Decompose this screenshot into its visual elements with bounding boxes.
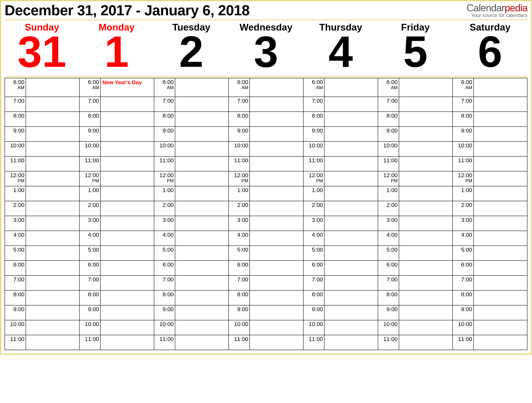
time-label: 6:00AM [378,78,399,96]
time-label: 11:00 [229,335,250,350]
time-label: 5:00 [5,246,26,260]
time-label: 9:00 [154,306,175,320]
event-slot [26,157,79,171]
brand-block: Calendarpedia Your source for calendars [467,3,527,18]
event-slot [324,78,378,96]
time-label: 2:00 [5,201,26,216]
time-label: 2:00 [154,201,175,216]
time-label: 8:00 [304,112,324,126]
time-label: 9:00 [453,127,474,141]
event-slot [399,157,452,171]
time-label: 2:00 [453,201,474,216]
event-slot [324,172,378,186]
event-slot [26,127,79,141]
time-label: 8:00 [154,291,175,305]
time-label: 12:00PM [378,172,399,186]
brand-tagline: Your source for calendars [467,13,527,18]
time-cell: 7:00 [303,275,378,290]
time-label: 7:00 [80,276,101,290]
time-label: 3:00 [5,216,26,231]
event-slot [101,276,154,290]
time-cell: 8:00 [303,112,378,127]
time-label: 6:00AM [304,78,324,96]
event-slot [250,142,303,156]
time-label: 1:00 [229,186,250,201]
time-label: 7:00 [229,97,250,111]
time-cell: 1:00 [229,186,303,201]
time-label: 4:00 [154,231,175,245]
event-slot [101,320,154,335]
time-cell: 2:00 [378,201,453,216]
time-cell: 11:00 [154,156,229,171]
time-label: 7:00 [304,97,324,111]
event-slot [399,78,452,96]
event-slot [26,78,79,96]
time-cell: 8:00 [229,112,303,127]
time-label: 6:00 [5,261,26,275]
time-label: 8:00 [80,291,101,305]
time-cell: 10:00 [154,141,229,156]
day-header: Sunday31 [5,20,79,77]
time-cell: 5:00 [229,246,303,261]
time-cell: 11:00 [229,335,303,350]
time-cell: 7:00 [453,97,527,112]
time-cell: 7:00 [79,275,154,290]
event-slot [101,291,154,305]
time-label: 12:00PM [229,172,250,186]
time-cell: 8:00 [79,290,154,305]
time-cell: 9:00 [5,127,79,141]
time-cell: 3:00 [229,216,303,231]
event-slot [250,246,303,260]
time-cell: 6:00AM [229,78,303,97]
event-slot [324,142,378,156]
day-header-row: Sunday31Monday1Tuesday2Wednesday3Thursda… [5,19,527,77]
event-slot [175,320,228,335]
time-row: 9:009:009:009:009:009:009:00 [5,305,527,320]
time-cell: 3:00 [79,216,154,231]
time-cell: 7:00 [303,97,378,112]
event-slot [101,231,154,245]
time-label: 10:00 [229,320,250,335]
time-label: 1:00 [378,186,399,201]
time-cell: 11:00 [453,335,527,350]
event-slot [474,127,527,141]
time-cell: 1:00 [378,186,453,201]
event-slot [399,97,452,111]
event-slot [399,172,452,186]
time-label: 10:00 [5,142,26,156]
time-label: 10:00 [154,142,175,156]
event-slot [175,231,228,245]
time-grid: 6:00AM6:00AMNew Year's Day6:00AM6:00AM6:… [5,78,527,350]
time-label: 1:00 [453,186,474,201]
event-slot [175,216,228,231]
time-cell: 7:00 [5,97,79,112]
event-slot [250,186,303,201]
event-slot [175,97,228,111]
time-cell: 3:00 [378,216,453,231]
event-slot [175,112,228,126]
time-cell: 10:00 [303,141,378,156]
time-label: 8:00 [5,112,26,126]
time-cell: 10:00 [5,320,79,335]
event-slot [26,306,79,320]
event-slot [250,261,303,275]
top-bar: December 31, 2017 - January 6, 2018 Cale… [5,3,527,18]
time-label: 8:00 [453,112,474,126]
time-label: 5:00 [80,246,101,260]
event-slot [474,216,527,231]
day-number: 5 [379,31,452,73]
time-label: 2:00 [304,201,324,216]
event-slot [399,201,452,216]
time-cell: 6:00 [154,261,229,275]
time-row: 11:0011:0011:0011:0011:0011:0011:00 [5,335,527,350]
time-cell: 10:00 [79,141,154,156]
time-cell: 9:00 [154,127,229,141]
time-row: 8:008:008:008:008:008:008:00 [5,112,527,127]
time-cell: 8:00 [378,290,453,305]
event-slot [101,246,154,260]
event-slot [175,291,228,305]
event-slot [26,335,79,350]
time-label: 1:00 [80,186,101,201]
time-cell: 1:00 [453,186,527,201]
event-slot [175,335,228,350]
